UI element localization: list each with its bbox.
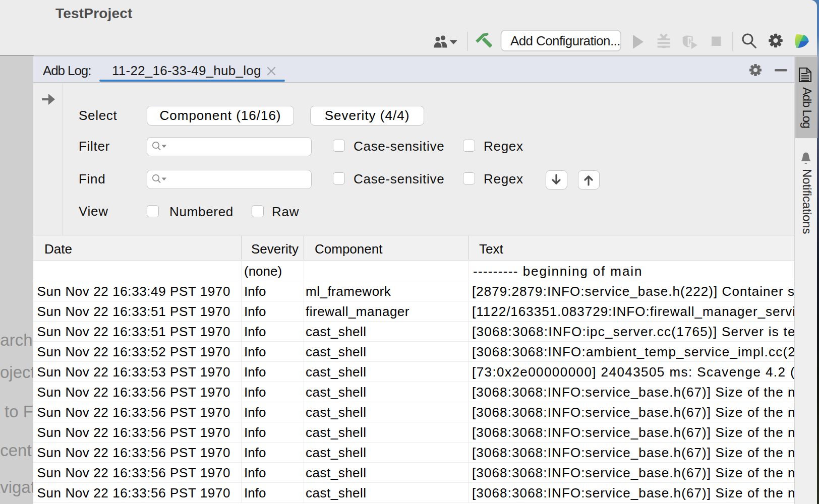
svg-text:Add Configuration...: Add Configuration... <box>510 33 620 48</box>
